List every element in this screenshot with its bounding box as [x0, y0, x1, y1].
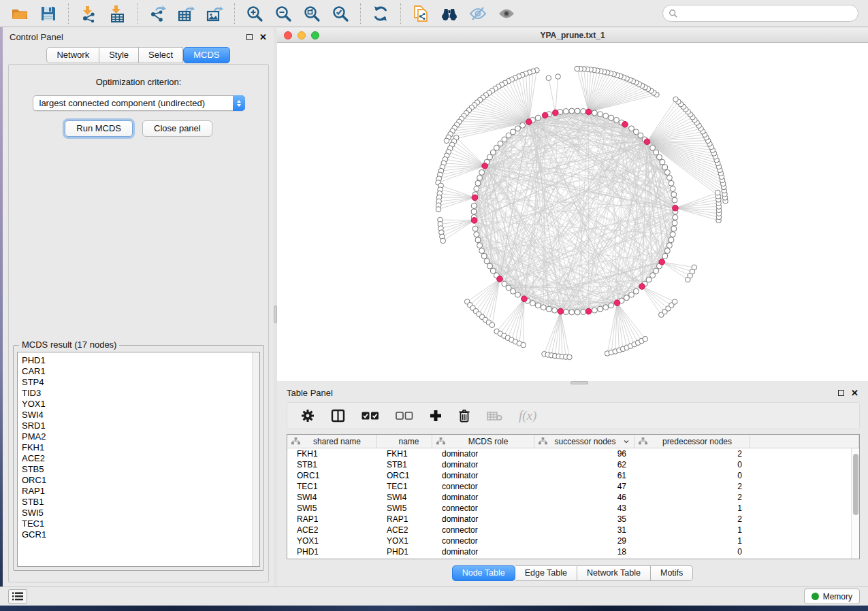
- mcds-result-item[interactable]: SWI4: [22, 410, 259, 420]
- toolbar-group-view: [400, 3, 526, 24]
- search-input[interactable]: [678, 9, 858, 18]
- table-row[interactable]: SWI5SWI5connector431: [287, 503, 851, 514]
- mcds-result-item[interactable]: PMA2: [22, 431, 259, 442]
- mcds-result-item[interactable]: TID3: [22, 388, 259, 399]
- tab-edge-table[interactable]: Edge Table: [515, 565, 577, 581]
- export-table-icon: [177, 5, 195, 22]
- mcds-result-item[interactable]: CAR1: [22, 366, 259, 377]
- column-header-predecessor-nodes[interactable]: predecessor nodes: [634, 435, 750, 448]
- table-row[interactable]: SWI4SWI4dominator462: [287, 492, 851, 503]
- tab-node-table[interactable]: Node Table: [452, 565, 515, 581]
- close-panel-button[interactable]: Close panel: [142, 120, 212, 137]
- mcds-result-item[interactable]: FKH1: [22, 442, 259, 453]
- table-row[interactable]: FKH1FKH1dominator962: [287, 448, 851, 459]
- cell-name: YOX1: [377, 536, 432, 546]
- trash-icon: [458, 409, 470, 423]
- import-network-button[interactable]: [74, 3, 103, 24]
- mcds-result-item[interactable]: RAP1: [22, 486, 259, 497]
- table-row[interactable]: ACE2ACE2connector311: [287, 525, 851, 535]
- table-settings-button[interactable]: [301, 409, 315, 423]
- mcds-result-item[interactable]: STP4: [22, 377, 259, 388]
- table-row[interactable]: STB1STB1dominator620: [287, 459, 851, 470]
- mcds-result-scrollbar[interactable]: [252, 352, 259, 566]
- table-panel-close-icon[interactable]: ✕: [851, 390, 858, 396]
- toolbar-search-area: [662, 5, 858, 22]
- zoom-selected-button[interactable]: [326, 3, 355, 24]
- table-row[interactable]: PHD1PHD1dominator180: [287, 546, 851, 557]
- network-canvas[interactable]: [277, 43, 868, 381]
- control-panel-float-icon[interactable]: [246, 34, 253, 40]
- toolbar-group-refresh: [360, 3, 400, 24]
- tab-network[interactable]: Network: [46, 47, 99, 63]
- hide-selected-button[interactable]: [464, 3, 492, 24]
- first-neighbors-button[interactable]: [435, 3, 464, 24]
- cell-predecessor-nodes: 2: [634, 514, 750, 524]
- show-all-button[interactable]: [492, 3, 521, 24]
- memory-button[interactable]: Memory: [804, 589, 860, 604]
- mcds-result-item[interactable]: ORC1: [22, 475, 259, 486]
- mcds-result-item[interactable]: SWI5: [22, 508, 259, 518]
- table-row[interactable]: TEC1TEC1connector472: [287, 481, 851, 492]
- table-row[interactable]: YOX1YOX1connector291: [287, 535, 851, 546]
- tab-select[interactable]: Select: [139, 47, 183, 63]
- table-panel-float-icon[interactable]: [838, 390, 844, 396]
- add-column-button[interactable]: [430, 410, 442, 422]
- network-titlebar[interactable]: YPA_prune.txt_1: [277, 28, 868, 43]
- column-header-name[interactable]: name: [377, 435, 432, 448]
- cell-successor-nodes: 47: [534, 482, 634, 491]
- delete-table-button[interactable]: [487, 411, 502, 421]
- node-table-scroll-thumb[interactable]: [853, 454, 858, 515]
- mcds-result-item[interactable]: YOX1: [22, 399, 259, 410]
- cell-successor-nodes: 61: [534, 471, 634, 480]
- zoom-in-button[interactable]: [240, 3, 269, 24]
- cell-shared-name: PHD1: [287, 547, 377, 557]
- tab-network-table[interactable]: Network Table: [577, 565, 651, 581]
- export-image-button[interactable]: [200, 3, 229, 24]
- clone-network-button[interactable]: [406, 3, 435, 24]
- export-table-button[interactable]: [172, 3, 200, 24]
- column-header-shared-name[interactable]: shared name: [287, 435, 377, 448]
- function-builder-button[interactable]: f(x): [519, 408, 536, 423]
- mcds-result-item[interactable]: SRD1: [22, 420, 259, 431]
- search-box[interactable]: [662, 5, 858, 22]
- import-table-button[interactable]: [103, 3, 131, 24]
- node-table: shared namenameMCDS rolesuccessor nodesp…: [287, 434, 860, 559]
- export-network-button[interactable]: [143, 3, 172, 24]
- cell-predecessor-nodes: 2: [634, 493, 750, 502]
- network-graph[interactable]: [277, 43, 868, 381]
- show-columns-button[interactable]: [331, 409, 345, 423]
- table-row[interactable]: RAP1RAP1dominator352: [287, 514, 851, 525]
- mcds-result-item[interactable]: GCR1: [22, 529, 259, 540]
- column-header-MCDS-role[interactable]: MCDS role: [432, 435, 534, 448]
- save-session-button[interactable]: [34, 3, 63, 24]
- mcds-result-item[interactable]: STB1: [22, 497, 259, 508]
- mcds-result-item[interactable]: ACE2: [22, 453, 259, 464]
- delete-column-button[interactable]: [458, 409, 470, 423]
- select-all-columns-button[interactable]: [361, 411, 379, 420]
- checked-boxes-icon: [361, 411, 379, 420]
- task-history-button[interactable]: [8, 589, 27, 604]
- cell-successor-nodes: 29: [534, 536, 634, 546]
- node-table-scrollbar[interactable]: [851, 448, 859, 559]
- zoom-fit-button[interactable]: [298, 3, 326, 24]
- mcds-result-item[interactable]: STB5: [22, 464, 259, 475]
- mcds-result-item[interactable]: PHD1: [22, 355, 259, 366]
- deselect-all-columns-button[interactable]: [396, 411, 413, 420]
- export-network-icon: [148, 5, 166, 22]
- zoom-out-button[interactable]: [269, 3, 298, 24]
- control-panel-close-icon[interactable]: ✕: [259, 34, 267, 40]
- optimization-criterion-select[interactable]: largest connected component (undirected): [33, 95, 245, 111]
- tab-style[interactable]: Style: [99, 47, 139, 63]
- mcds-result-list[interactable]: PHD1CAR1STP4TID3YOX1SWI4SRD1PMA2FKH1ACE2…: [17, 352, 260, 567]
- run-mcds-button[interactable]: Run MCDS: [65, 120, 133, 137]
- mcds-result-item[interactable]: TEC1: [22, 518, 259, 529]
- tab-mcds[interactable]: MCDS: [183, 47, 229, 63]
- open-file-button[interactable]: [5, 3, 34, 24]
- mcds-result-title: MCDS result (17 nodes): [19, 340, 119, 350]
- cell-shared-name: YOX1: [287, 536, 377, 546]
- column-header-successor-nodes[interactable]: successor nodes: [534, 435, 634, 448]
- refresh-layout-button[interactable]: [366, 3, 395, 24]
- table-row[interactable]: ORC1ORC1dominator610: [287, 470, 851, 481]
- tab-motifs[interactable]: Motifs: [651, 565, 693, 581]
- cell-MCDS-role: dominator: [432, 514, 534, 524]
